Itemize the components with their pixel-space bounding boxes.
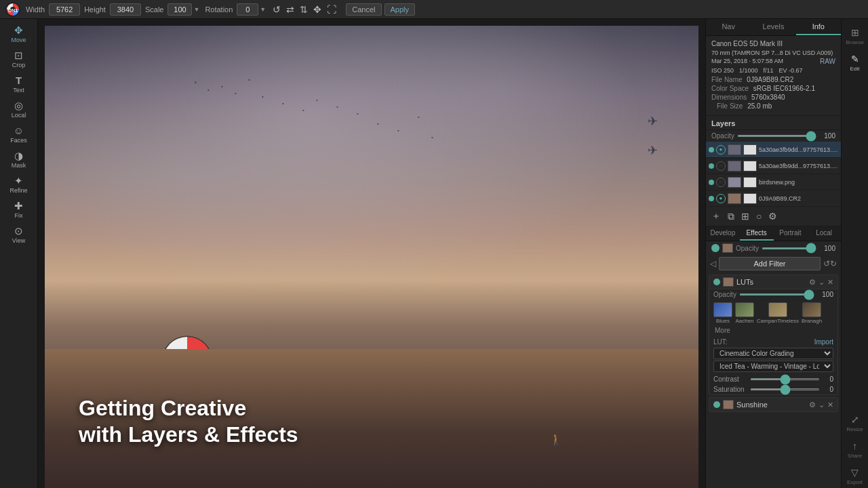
browse-btn[interactable]: ⊞ Browse: [842, 24, 868, 48]
contrast-slider[interactable]: [750, 378, 820, 380]
share-icon: ↑: [852, 441, 857, 451]
tab-info[interactable]: Info: [796, 19, 841, 35]
sunshine-dot: [713, 401, 720, 408]
flip-h-icon[interactable]: ⇄: [285, 3, 296, 16]
tab-nav[interactable]: Nav: [706, 19, 751, 35]
apply-button[interactable]: Apply: [384, 3, 416, 16]
tool-view[interactable]: ⊙ View: [0, 222, 37, 247]
luts-chevron-icon[interactable]: ⌄: [818, 278, 825, 287]
lut-campan[interactable]: CampanTimeless: [757, 302, 799, 324]
lut-import-btn[interactable]: Import: [814, 338, 833, 346]
dimensions-row: Dimensions 5760x3840: [711, 94, 835, 101]
tool-move[interactable]: ✥ Move: [0, 22, 37, 47]
aperture-value: f/11: [764, 67, 774, 74]
luts-opacity-slider[interactable]: [739, 293, 814, 296]
edit-btn[interactable]: ✎ Edit: [842, 51, 868, 75]
layer-1-thumb2: [743, 161, 757, 171]
photo-title-line2: with Layers & Effects: [79, 422, 298, 447]
text-tool-label: Text: [13, 87, 24, 94]
add-layer-btn[interactable]: ＋: [710, 209, 722, 224]
tool-refine[interactable]: ✦ Refine: [0, 172, 37, 197]
add-filter-row: ◁ Add Filter ↺ ↻: [706, 255, 841, 272]
luts-grid: Blues Aachen CampanTimeless Branagh Mo: [709, 300, 837, 337]
saturation-slider[interactable]: [750, 388, 820, 390]
lut-dropdown2[interactable]: Iced Tea - Warming - Vintage - Lowkey: [713, 361, 833, 372]
tool-fix[interactable]: ✚ Fix: [0, 197, 37, 222]
resize-btn[interactable]: ⤢ Resize: [842, 411, 868, 435]
layer-3-vis[interactable]: ●: [716, 194, 726, 203]
layer-2-vis-icon: ○: [719, 179, 723, 185]
canvas-area[interactable]: ✈ • • • • • • • • • • • • • •: [38, 19, 705, 488]
export-icon: ▽: [851, 467, 859, 478]
height-input[interactable]: [110, 3, 141, 16]
layer-item-3[interactable]: ● 0J9A9B89.CR2: [706, 190, 841, 207]
rotation-dropdown-icon[interactable]: ▼: [260, 6, 266, 13]
tool-mask[interactable]: ◑ Mask: [0, 147, 37, 172]
layers-opacity-slider[interactable]: [737, 135, 816, 137]
rotation-input[interactable]: [237, 3, 258, 16]
local-tool-label: Local: [12, 112, 26, 119]
lut-branagh[interactable]: Branagh: [802, 302, 822, 324]
export-btn[interactable]: ▽ Export: [842, 464, 868, 488]
transform-icons: ↺ ⇄ ⇅ ✥ ⛶: [271, 3, 338, 16]
expand-icon[interactable]: ⛶: [326, 3, 338, 16]
layer-2-vis[interactable]: ○: [716, 178, 726, 187]
tab-develop[interactable]: Develop: [706, 226, 740, 241]
delete-layer-btn[interactable]: ○: [755, 209, 763, 223]
tab-portrait[interactable]: Portrait: [774, 226, 808, 241]
lut-aachen[interactable]: Aachen: [735, 302, 754, 324]
ev-value: EV -0.67: [779, 67, 803, 74]
width-input[interactable]: [49, 3, 80, 16]
luts-settings-icon[interactable]: ⚙: [809, 278, 816, 287]
back-icon[interactable]: ◁: [710, 259, 716, 268]
layer-0-dot: [709, 147, 714, 152]
effects-opacity-slider[interactable]: [762, 247, 816, 249]
settings-layer-btn[interactable]: ⚙: [767, 209, 778, 223]
lut-dropdown1[interactable]: Cinematic Color Grading: [713, 348, 833, 359]
cancel-button[interactable]: Cancel: [346, 3, 381, 16]
tool-crop[interactable]: ⊡ Crop: [0, 47, 37, 72]
layer-item-1[interactable]: ○ 5a30ae3fb9dd...97757613.png: [706, 158, 841, 174]
tab-levels[interactable]: Levels: [751, 19, 795, 35]
share-btn[interactable]: ↑ Share: [842, 438, 868, 462]
birds-area: ✈ • • • • • • • • • • • • • •: [113, 66, 452, 202]
move-icon[interactable]: ✥: [312, 3, 323, 16]
scale-input[interactable]: [167, 3, 192, 16]
group-layer-btn[interactable]: ⊞: [740, 209, 751, 223]
refine-tool-icon: ✦: [14, 176, 23, 186]
luts-close-icon[interactable]: ✕: [827, 278, 833, 287]
browse-icon: ⊞: [851, 27, 859, 38]
effects-layer-dot: [711, 244, 719, 252]
svg-text:ON1: ON1: [8, 7, 18, 12]
tool-local[interactable]: ◎ Local: [0, 97, 37, 122]
reset-icon[interactable]: ↺: [271, 3, 282, 16]
saturation-value: 0: [823, 386, 833, 393]
sunshine-panel-icons: ⚙ ⌄ ✕: [809, 401, 833, 409]
add-filter-button[interactable]: Add Filter: [719, 257, 821, 270]
refine-tool-label: Refine: [9, 187, 27, 194]
redo-icon[interactable]: ↻: [830, 259, 837, 268]
flip-v-icon[interactable]: ⇅: [298, 3, 309, 16]
lut-blues[interactable]: Blues: [713, 302, 732, 324]
tool-faces[interactable]: ☺ Faces: [0, 122, 37, 147]
tab-effects[interactable]: Effects: [740, 226, 774, 241]
layer-item-2[interactable]: ○ birdsnew.png: [706, 174, 841, 190]
layer-0-vis[interactable]: ●: [716, 145, 726, 155]
luts-panel: LUTs ⚙ ⌄ ✕ Opacity 100: [709, 274, 838, 395]
layer-item-0[interactable]: ● 5a30ae3fb9dd...97757613.png: [706, 142, 841, 158]
shutter-value: 1/1000: [739, 67, 758, 74]
undo-icon[interactable]: ↺: [823, 259, 830, 268]
mask-tool-icon: ◑: [14, 150, 23, 161]
tool-text[interactable]: T Text: [0, 72, 37, 97]
scale-dropdown-icon[interactable]: ▼: [193, 6, 199, 13]
sunshine-close-icon[interactable]: ✕: [827, 401, 833, 409]
effects-scroll[interactable]: LUTs ⚙ ⌄ ✕ Opacity 100: [706, 272, 841, 488]
sunshine-settings-icon[interactable]: ⚙: [809, 401, 816, 409]
tab-local[interactable]: Local: [807, 226, 841, 241]
sunshine-chevron-icon[interactable]: ⌄: [818, 401, 825, 409]
layer-1-thumb: [728, 161, 741, 171]
app-logo: ON1: [5, 2, 20, 17]
lut-more-btn[interactable]: More: [715, 327, 730, 334]
duplicate-layer-btn[interactable]: ⧉: [726, 209, 736, 224]
layer-1-vis[interactable]: ○: [716, 161, 726, 171]
